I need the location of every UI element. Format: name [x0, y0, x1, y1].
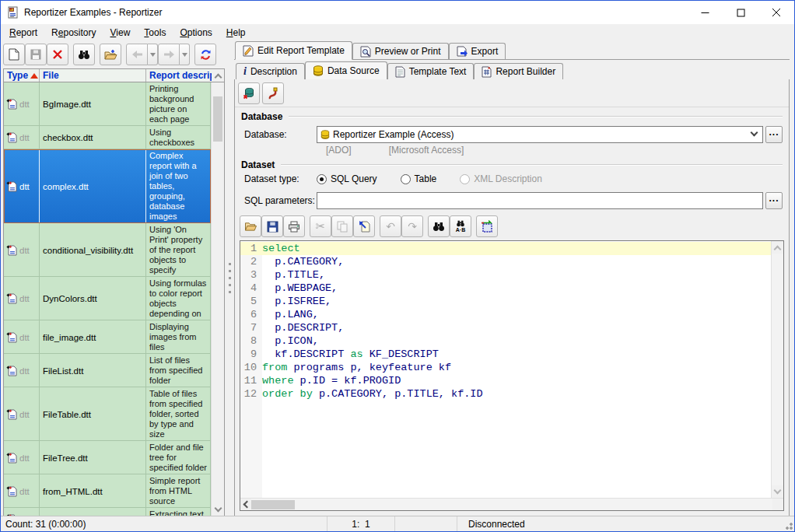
open-file-button[interactable]: [240, 215, 261, 237]
table-row[interactable]: dtt FileTable.dtt Table of files from sp…: [4, 387, 211, 441]
line-number: 1: [240, 242, 262, 255]
sql-line[interactable]: 10from programs p, keyfeature kf: [240, 361, 771, 374]
table-row[interactable]: dtt DynColors.dtt Using formulas to colo…: [4, 277, 211, 320]
group-divider: [289, 116, 783, 117]
database-group-label: Database: [241, 111, 282, 122]
sql-line[interactable]: 8 p.ICON,: [240, 334, 771, 348]
close-database-button[interactable]: [238, 82, 260, 104]
app-icon: [7, 6, 19, 19]
scroll-down-icon[interactable]: [772, 485, 783, 498]
radio-table[interactable]: Table: [401, 173, 437, 184]
database-browse-button[interactable]: ...: [765, 126, 783, 143]
table-row[interactable]: dtt BgImage.dtt Printing background pict…: [4, 82, 211, 126]
column-header-type[interactable]: Type: [4, 69, 40, 82]
table-row[interactable]: dtt checkbox.dtt Using checkboxes: [4, 126, 211, 149]
sql-line[interactable]: 1select: [240, 242, 771, 255]
tab-export[interactable]: Export: [449, 43, 506, 59]
sql-line[interactable]: 11where p.ID = kf.PROGID: [240, 374, 771, 387]
file-name: file_image.dtt: [43, 333, 96, 342]
sql-line[interactable]: 6 p.LANG,: [240, 308, 771, 321]
sql-line[interactable]: 3 p.TITLE,: [240, 268, 771, 282]
table-row[interactable]: dtt from_HTML.dtt Simple report from HTM…: [4, 474, 211, 508]
replace-button[interactable]: A·B: [450, 215, 471, 237]
tab-edit-report-template[interactable]: Edit Report Template: [235, 41, 352, 60]
radio-icon: [401, 174, 411, 184]
scroll-left-icon[interactable]: [240, 499, 251, 510]
menu-repository[interactable]: Repository: [44, 25, 103, 40]
delete-button[interactable]: [47, 44, 68, 65]
tab-data-source[interactable]: Data Source: [305, 61, 387, 80]
scrollbar-thumb[interactable]: [213, 96, 222, 142]
scroll-up-icon[interactable]: [212, 69, 224, 82]
tab-template-text[interactable]: Template Text: [387, 63, 475, 79]
refresh-button[interactable]: [194, 44, 216, 65]
table-row[interactable]: dtt funcdescr.dtt Extracting text parts: [4, 508, 211, 516]
sql-line[interactable]: 4 p.WEBPAGE,: [240, 282, 771, 295]
editor-horizontal-scrollbar[interactable]: [240, 498, 783, 510]
table-row[interactable]: dtt FileList.dtt List of files from spec…: [4, 354, 211, 387]
sql-parameters-input[interactable]: [317, 192, 763, 209]
binoculars-icon: [433, 222, 445, 232]
refresh-icon: [200, 49, 212, 61]
menu-options[interactable]: Options: [173, 25, 219, 40]
panel-splitter[interactable]: [225, 42, 234, 515]
scroll-right-icon[interactable]: [772, 499, 783, 510]
save-file-button[interactable]: [261, 215, 283, 237]
sql-parameters-browse-button[interactable]: ...: [765, 192, 783, 209]
new-report-button[interactable]: [3, 44, 25, 65]
menu-tools[interactable]: Tools: [137, 25, 173, 40]
connect-database-button[interactable]: [262, 82, 284, 104]
scroll-up-icon[interactable]: [772, 241, 783, 254]
sql-editor-lines[interactable]: 1select2 p.CATEGORY,3 p.TITLE,4 p.WEBPAG…: [240, 242, 771, 498]
back-button[interactable]: [126, 44, 148, 65]
table-row[interactable]: dtt complex.dtt Complex report with a jo…: [4, 149, 211, 223]
menu-report[interactable]: Report: [2, 25, 44, 40]
maximize-button[interactable]: [723, 1, 758, 24]
save-button[interactable]: [25, 44, 47, 65]
find-button[interactable]: [428, 215, 450, 237]
copy-button[interactable]: [331, 215, 353, 237]
sql-line[interactable]: 7 p.DESCRIPT,: [240, 321, 771, 334]
redo-button[interactable]: ↷: [401, 215, 423, 237]
forward-history-button[interactable]: [180, 44, 190, 65]
table-row[interactable]: dtt file_image.dtt Displaying images fro…: [4, 320, 211, 354]
search-button[interactable]: [73, 44, 95, 65]
tab-preview-or-print[interactable]: Preview or Print: [352, 43, 449, 59]
table-row[interactable]: dtt conditional_visibility.dtt Using 'On…: [4, 223, 211, 277]
undo-button[interactable]: ↶: [380, 215, 401, 237]
sql-line[interactable]: 9 kf.DESCRIPT as KF_DESCRIPT: [240, 348, 771, 361]
back-history-button[interactable]: [148, 44, 158, 65]
database-combobox[interactable]: Reportizer Example (Access): [317, 126, 763, 143]
table-row[interactable]: dtt FileTree.dtt Folder and file tree fo…: [4, 441, 211, 474]
sql-code: from programs p, keyfeature kf: [262, 361, 451, 374]
scroll-down-icon[interactable]: [212, 503, 224, 516]
dataset-group: Dataset: [241, 159, 783, 170]
query-builder-button[interactable]: [476, 215, 498, 237]
print-button[interactable]: [283, 215, 305, 237]
text-document-icon: [395, 66, 405, 78]
combo-dropdown-icon[interactable]: [747, 131, 761, 138]
paste-button[interactable]: [353, 215, 375, 237]
sql-editor[interactable]: 1select2 p.CATEGORY,3 p.TITLE,4 p.WEBPAG…: [240, 240, 784, 511]
menu-help[interactable]: Help: [219, 25, 253, 40]
type-cell: dtt: [4, 223, 40, 276]
editor-vertical-scrollbar[interactable]: [771, 241, 783, 498]
close-button[interactable]: [758, 1, 794, 24]
sql-line[interactable]: 12order by p.CATEGORY, p.TITLE, kf.ID: [240, 387, 771, 401]
tab-description[interactable]: i Description: [236, 63, 305, 79]
radio-sql-query[interactable]: SQL Query: [317, 173, 377, 184]
file-list-scrollbar[interactable]: [211, 82, 224, 516]
forward-button[interactable]: [158, 44, 180, 65]
save-icon: [30, 49, 41, 60]
cut-button[interactable]: ✂: [310, 215, 331, 237]
sql-line[interactable]: 5 p.ISFREE,: [240, 295, 771, 308]
dtt-file-icon: [6, 293, 17, 304]
resize-grip[interactable]: [783, 520, 793, 530]
sql-line[interactable]: 2 p.CATEGORY,: [240, 255, 771, 268]
scrollbar-thumb[interactable]: [251, 500, 295, 509]
tab-report-builder[interactable]: Report Builder: [474, 63, 563, 79]
minimize-button[interactable]: [687, 1, 723, 24]
column-header-file[interactable]: File: [40, 69, 146, 82]
open-folder-button[interactable]: [100, 44, 121, 65]
menu-view[interactable]: View: [103, 25, 138, 40]
